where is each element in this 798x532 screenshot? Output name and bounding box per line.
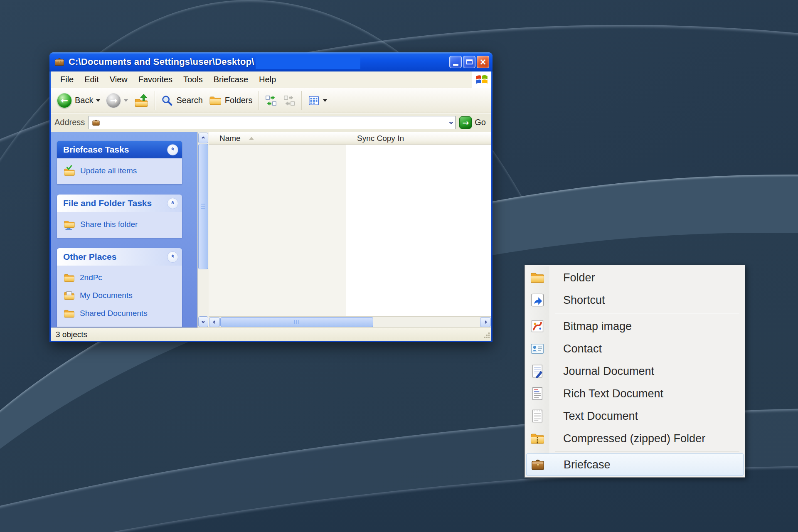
scroll-down-button[interactable] bbox=[198, 316, 208, 327]
title-bar[interactable]: C:\Documents and Settings\user\Desktop\ … bbox=[49, 52, 493, 71]
horizontal-scroll-thumb[interactable] bbox=[220, 317, 373, 327]
scroll-up-button[interactable] bbox=[198, 133, 208, 143]
menu-item-label: Text Document bbox=[563, 410, 638, 423]
section-title: Other Places bbox=[63, 252, 116, 262]
menu-favorites[interactable]: Favorites bbox=[133, 75, 178, 84]
place-shared-documents[interactable]: Shared Documents bbox=[63, 308, 178, 320]
content-area: Briefcase Tasks Update all items File an… bbox=[51, 132, 491, 328]
maximize-button[interactable] bbox=[463, 56, 475, 68]
file-list-body[interactable] bbox=[209, 145, 491, 316]
search-label: Search bbox=[176, 96, 202, 105]
go-arrow-icon: → bbox=[459, 116, 472, 129]
place-2ndpc[interactable]: 2ndPc bbox=[63, 272, 178, 284]
section-header[interactable]: Other Places bbox=[57, 248, 182, 266]
back-button[interactable]: ← Back bbox=[54, 91, 103, 110]
menu-item-label: Bitmap image bbox=[563, 320, 632, 333]
minimize-button[interactable] bbox=[449, 56, 462, 68]
menu-item-rich-text-document[interactable]: Rich Text Document bbox=[526, 382, 744, 405]
vertical-scrollbar[interactable] bbox=[197, 132, 209, 328]
place-my-documents[interactable]: My Documents bbox=[63, 290, 178, 302]
column-header-name[interactable]: Name bbox=[209, 132, 346, 144]
menu-item-bitmap-image[interactable]: Bitmap image bbox=[526, 315, 744, 337]
task-label: Share this folder bbox=[80, 220, 138, 229]
menu-tools[interactable]: Tools bbox=[178, 75, 208, 84]
back-label: Back bbox=[75, 96, 93, 105]
toolbar-separator bbox=[155, 91, 155, 110]
update-selected-button[interactable] bbox=[280, 93, 298, 108]
menu-item-folder[interactable]: Folder bbox=[526, 266, 744, 289]
views-icon bbox=[308, 94, 320, 107]
address-dropdown-icon[interactable] bbox=[449, 121, 453, 125]
menu-separator bbox=[555, 313, 739, 313]
task-share-this-folder[interactable]: Share this folder bbox=[63, 218, 178, 231]
folder-icon bbox=[63, 272, 75, 284]
forward-dropdown-icon bbox=[124, 99, 128, 102]
menu-item-compressed-zipped-folder[interactable]: Compressed (zipped) Folder bbox=[526, 427, 744, 450]
search-icon bbox=[161, 94, 173, 107]
resize-grip[interactable] bbox=[483, 332, 490, 339]
menu-item-text-document[interactable]: Text Document bbox=[526, 405, 744, 427]
update-all-items-icon bbox=[63, 165, 76, 177]
menu-file[interactable]: File bbox=[55, 75, 79, 84]
search-button[interactable]: Search bbox=[158, 93, 205, 108]
back-icon: ← bbox=[57, 93, 72, 108]
briefcase-icon bbox=[91, 118, 101, 127]
rich-text-document-icon bbox=[525, 386, 548, 401]
toolbar-separator bbox=[259, 91, 259, 110]
section-collapse-button[interactable] bbox=[167, 251, 178, 263]
views-button[interactable] bbox=[305, 93, 330, 108]
task-label: Update all items bbox=[80, 166, 137, 176]
views-dropdown-icon bbox=[323, 99, 327, 102]
folders-button[interactable]: Folders bbox=[206, 92, 256, 109]
section-body: Share this folder bbox=[57, 212, 182, 238]
section-title: Briefcase Tasks bbox=[63, 145, 129, 155]
my-documents-icon bbox=[63, 290, 75, 302]
menu-bar: File Edit View Favorites Tools Briefcase… bbox=[51, 71, 491, 88]
go-button[interactable]: → Go bbox=[459, 116, 488, 129]
shortcut-icon bbox=[525, 293, 548, 308]
menu-item-contact[interactable]: Contact bbox=[526, 337, 744, 360]
menu-item-label: Briefcase bbox=[564, 458, 611, 471]
menu-item-briefcase[interactable]: Briefcase bbox=[526, 453, 744, 476]
contact-icon bbox=[525, 341, 548, 356]
menu-help[interactable]: Help bbox=[254, 75, 281, 84]
menu-edit[interactable]: Edit bbox=[79, 75, 104, 84]
sync-all-icon bbox=[265, 94, 277, 107]
section-collapse-button[interactable] bbox=[167, 198, 178, 209]
chevron-left-icon bbox=[213, 320, 216, 324]
menu-view[interactable]: View bbox=[104, 75, 133, 84]
sort-ascending-icon bbox=[249, 137, 254, 140]
scroll-right-button[interactable] bbox=[480, 317, 491, 327]
scroll-left-button[interactable] bbox=[209, 317, 220, 327]
menu-item-journal-document[interactable]: Journal Document bbox=[526, 360, 744, 382]
close-button[interactable]: × bbox=[477, 56, 489, 68]
menu-briefcase[interactable]: Briefcase bbox=[208, 75, 254, 84]
folders-label: Folders bbox=[225, 96, 253, 105]
menu-item-label: Rich Text Document bbox=[563, 387, 663, 400]
section-header[interactable]: Briefcase Tasks bbox=[57, 141, 182, 158]
zipped-folder-icon bbox=[525, 431, 548, 446]
chevron-up-icon bbox=[202, 136, 205, 140]
address-input[interactable] bbox=[89, 116, 456, 129]
forward-button[interactable]: → bbox=[103, 91, 131, 110]
up-button[interactable] bbox=[131, 91, 152, 110]
section-header[interactable]: File and Folder Tasks bbox=[57, 195, 182, 212]
up-folder-icon bbox=[134, 93, 149, 108]
section-collapse-button[interactable] bbox=[167, 144, 178, 155]
column-header-sync-copy-in[interactable]: Sync Copy In bbox=[346, 132, 491, 144]
update-all-button[interactable] bbox=[262, 93, 280, 108]
menu-item-shortcut[interactable]: Shortcut bbox=[526, 289, 744, 311]
menu-item-label: Shortcut bbox=[563, 294, 605, 307]
vertical-scroll-thumb[interactable] bbox=[198, 144, 208, 269]
address-label: Address bbox=[54, 118, 85, 127]
chevron-right-icon bbox=[484, 320, 487, 324]
status-bar: 3 objects bbox=[51, 328, 491, 341]
scroll-track[interactable] bbox=[198, 269, 209, 316]
bitmap-image-icon bbox=[525, 319, 548, 334]
folders-icon bbox=[209, 94, 222, 107]
section-other-places: Other Places 2ndPc My Documents bbox=[57, 248, 182, 327]
task-update-all-items[interactable]: Update all items bbox=[63, 165, 178, 177]
scroll-track[interactable] bbox=[373, 317, 480, 328]
horizontal-scrollbar[interactable] bbox=[209, 316, 491, 328]
window-body: File Edit View Favorites Tools Briefcase… bbox=[51, 71, 491, 341]
